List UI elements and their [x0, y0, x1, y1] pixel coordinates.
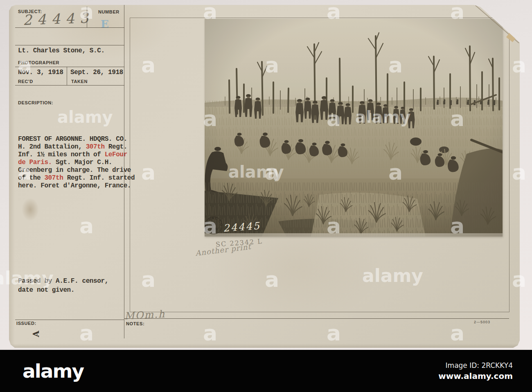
received-date-value: Nov. 3, 1918: [18, 69, 63, 76]
alamy-url-text: www.alamy.com: [438, 371, 513, 381]
alamy-logo: alamy: [23, 360, 83, 382]
column-divider: [124, 5, 124, 338]
description-text-segment: Greenberg in charge. The drive: [18, 167, 131, 174]
description-text-segment: H. 2nd Battalion,: [18, 143, 86, 151]
image-id-text: Image ID: 2RCKKY4: [446, 361, 513, 369]
footer-bar: alamy Image ID: 2RCKKY4 www.alamy.com: [0, 350, 532, 392]
taken-date-value: Sept. 26, 1918: [70, 69, 123, 76]
subject-value-handwritten: 24443: [23, 9, 94, 28]
war-photograph: SIGNAL CORPS U.S.A. 24445: [205, 19, 503, 237]
notes-label: NOTES:: [126, 321, 144, 326]
photographer-label: PHOTOGRAPHER: [18, 60, 59, 65]
field-divider: [67, 67, 67, 85]
description-red-text: 307th: [86, 143, 105, 151]
number-label: NUMBER: [98, 9, 119, 14]
description-red-text: 307th: [44, 174, 63, 182]
rule: [124, 318, 509, 319]
form-print-number: 2—5003: [474, 320, 490, 324]
rule: [15, 27, 124, 28]
description-text: FOREST OF ARGONNE. HDQRS. CO.H. 2nd Batt…: [18, 135, 141, 189]
torn-corner-patch: [491, 2, 506, 16]
rule: [15, 85, 124, 86]
description-text-segment: here. Foret d'Argonne, France.: [18, 182, 131, 189]
description-text-segment: Inf. 1½ miles north of: [18, 151, 105, 158]
issued-label: ISSUED:: [16, 321, 36, 326]
field-divider: [87, 7, 87, 27]
archive-caption-card: SUBJECT: 24443 NUMBER E Lt. Charles Ston…: [9, 5, 520, 348]
description-text-segment: FOREST OF ARGONNE. HDQRS. CO.: [18, 135, 127, 143]
taken-label: TAKEN: [71, 79, 88, 84]
received-label: REC'D: [18, 79, 33, 84]
description-text-segment: of the: [18, 174, 44, 182]
photographer-value: Lt. Charles Stone, S.C.: [18, 47, 105, 54]
photo-scene: SIGNAL CORPS U.S.A. 24445: [205, 19, 503, 237]
censor-note-line2: date not given.: [18, 286, 74, 294]
description-red-text: de Paris.: [18, 159, 52, 166]
description-label: DESCRIPTION:: [18, 100, 53, 105]
issued-mark-handwritten: A: [31, 331, 41, 337]
rule: [15, 67, 124, 67]
censor-note-line1: Passed by A.E.F. censor,: [18, 277, 108, 285]
number-stamp: E: [101, 18, 109, 30]
rule: [15, 45, 124, 45]
scanned-stock-image: SUBJECT: 24443 NUMBER E Lt. Charles Ston…: [0, 0, 532, 392]
rule: [15, 320, 124, 320]
description-text-segment: Sgt. Major C.H.: [52, 159, 112, 166]
